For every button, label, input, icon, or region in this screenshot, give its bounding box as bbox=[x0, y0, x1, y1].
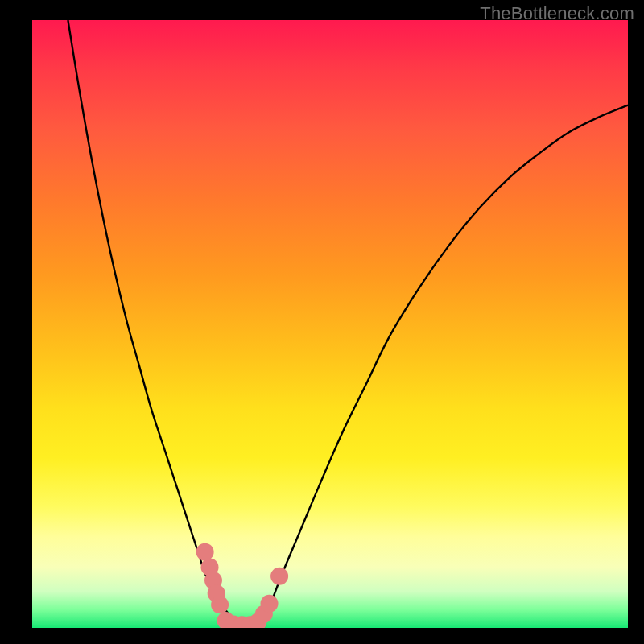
highlight-markers bbox=[196, 543, 289, 628]
series-right-branch bbox=[258, 105, 628, 628]
series-left-branch bbox=[68, 20, 234, 628]
plot-area bbox=[32, 20, 628, 628]
left-branch-path bbox=[68, 20, 234, 628]
marker-dot bbox=[261, 595, 279, 613]
marker-dot bbox=[270, 568, 288, 585]
chart-stage: TheBottleneck.com bbox=[0, 0, 644, 644]
marker-dot bbox=[196, 543, 214, 561]
right-branch-path bbox=[258, 105, 628, 628]
marker-dot bbox=[211, 596, 229, 613]
chart-svg bbox=[32, 20, 628, 628]
